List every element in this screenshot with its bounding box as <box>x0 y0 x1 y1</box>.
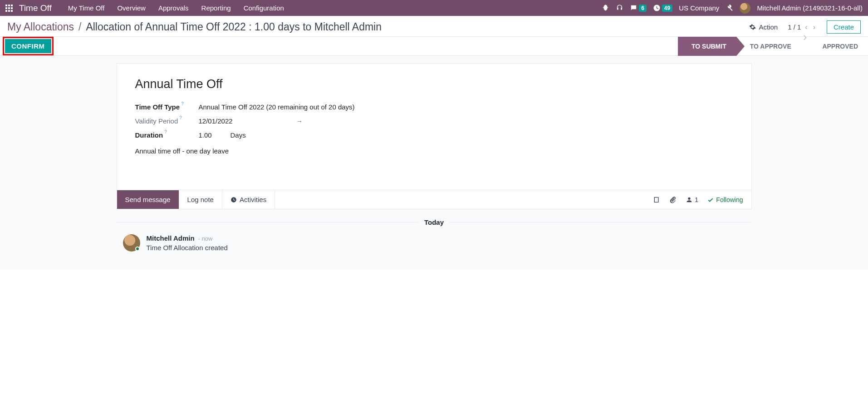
bug-icon[interactable] <box>602 4 609 12</box>
app-brand[interactable]: Time Off <box>19 3 52 13</box>
allocation-reason: Annual time off - one day leave <box>135 147 733 155</box>
following-button[interactable]: Following <box>707 196 743 203</box>
help-icon[interactable]: ? <box>164 129 167 134</box>
stage-indicator: TO SUBMIT TO APPROVE › APPROVED <box>678 37 868 56</box>
tab-log-note[interactable]: Log note <box>179 190 222 209</box>
confirm-button[interactable]: CONFIRM <box>5 39 51 53</box>
log-avatar[interactable] <box>123 234 140 252</box>
user-menu[interactable]: Mitchell Admin (21490321-16-0-all) <box>757 4 863 12</box>
breadcrumb: My Allocations / Allocation of Annual Ti… <box>7 21 382 33</box>
check-icon <box>707 197 714 203</box>
follower-count: 1 <box>695 196 698 203</box>
navbar-right: 6 49 US Company Mitchell Admin (21490321… <box>602 3 863 14</box>
chatter: Send message Log note Activities 1 Follo… <box>117 190 752 270</box>
chatter-right: 1 Following <box>653 196 751 203</box>
tab-activities[interactable]: Activities <box>222 190 275 209</box>
person-icon <box>686 196 693 203</box>
nav-my-time-off[interactable]: My Time Off <box>62 1 111 15</box>
content-area: Annual Time Off Time Off Type? Annual Ti… <box>0 56 868 270</box>
nav-reporting[interactable]: Reporting <box>195 1 237 15</box>
log-author[interactable]: Mitchell Admin <box>147 234 195 242</box>
action-dropdown[interactable]: Action <box>749 23 778 31</box>
pager-text: 1 / 1 <box>788 23 801 31</box>
value-validity-from: 12/01/2022 <box>199 117 233 125</box>
log-body: Mitchell Admin - now Time Off Allocation… <box>147 234 228 252</box>
breadcrumb-current: Allocation of Annual Time Off 2022 : 1.0… <box>86 21 382 33</box>
label-validity-period: Validity Period? <box>135 117 199 125</box>
apps-launcher-icon[interactable] <box>5 5 13 12</box>
action-label: Action <box>759 23 778 31</box>
message-log: Today Mitchell Admin - now Time Off Allo… <box>117 218 752 270</box>
nav-overview[interactable]: Overview <box>111 1 152 15</box>
stage-divider-icon: › <box>801 37 809 56</box>
label-time-off-type: Time Off Type? <box>135 103 199 111</box>
arrow-right-icon: → <box>296 117 303 125</box>
log-text: Time Off Allocation created <box>147 244 228 252</box>
top-navbar: Time Off My Time Off Overview Approvals … <box>0 0 868 16</box>
today-label: Today <box>419 218 449 226</box>
book-icon[interactable] <box>653 196 660 203</box>
clock-small-icon <box>230 197 237 203</box>
company-switcher[interactable]: US Company <box>679 4 719 12</box>
stage-approved[interactable]: APPROVED <box>809 37 868 56</box>
value-duration: 1.00 <box>199 131 230 139</box>
help-icon[interactable]: ? <box>181 101 184 106</box>
log-entry: Mitchell Admin - now Time Off Allocation… <box>117 234 752 252</box>
chatter-tabs: Send message Log note Activities <box>117 190 275 209</box>
messaging-icon[interactable]: 6 <box>630 4 647 12</box>
presence-dot <box>135 247 140 251</box>
form-title: Annual Time Off <box>135 77 733 91</box>
breadcrumb-bar: My Allocations / Allocation of Annual Ti… <box>0 16 868 37</box>
status-bar: CONFIRM TO SUBMIT TO APPROVE › APPROVED <box>0 37 868 56</box>
date-separator: Today <box>117 218 752 226</box>
field-validity-period: Validity Period? 12/01/2022 → <box>135 117 733 125</box>
log-time: - now <box>198 235 213 242</box>
field-time-off-type: Time Off Type? Annual Time Off 2022 (20 … <box>135 103 733 111</box>
followers[interactable]: 1 <box>686 196 698 203</box>
activities-badge: 49 <box>662 5 672 12</box>
nav-configuration[interactable]: Configuration <box>237 1 290 15</box>
navbar-left: Time Off My Time Off Overview Approvals … <box>5 1 602 15</box>
value-time-off-type: Annual Time Off 2022 (20 remaining out o… <box>199 103 355 111</box>
stage-to-approve[interactable]: TO APPROVE <box>736 37 801 56</box>
label-duration: Duration? <box>135 131 199 139</box>
pager-next-icon[interactable]: › <box>812 23 817 31</box>
support-icon[interactable] <box>616 4 623 12</box>
breadcrumb-root[interactable]: My Allocations <box>7 21 74 33</box>
chatter-topbar: Send message Log note Activities 1 Follo… <box>117 190 752 209</box>
breadcrumb-separator: / <box>78 21 81 33</box>
value-duration-unit: Days <box>230 131 246 139</box>
tab-send-message[interactable]: Send message <box>117 190 179 209</box>
stage-to-submit[interactable]: TO SUBMIT <box>678 37 736 56</box>
tools-icon[interactable] <box>726 4 733 12</box>
nav-approvals[interactable]: Approvals <box>152 1 195 15</box>
create-button[interactable]: Create <box>827 20 861 34</box>
messaging-badge: 6 <box>639 5 647 12</box>
pager: 1 / 1 ‹ › <box>788 23 817 31</box>
gear-icon <box>749 24 756 30</box>
activities-icon[interactable]: 49 <box>653 4 672 12</box>
form-card: Annual Time Off Time Off Type? Annual Ti… <box>117 63 752 190</box>
field-duration: Duration? 1.00 Days <box>135 131 733 139</box>
user-avatar[interactable] <box>740 3 750 14</box>
help-icon[interactable]: ? <box>179 115 182 120</box>
attachment-icon[interactable] <box>669 196 677 203</box>
confirm-highlight: CONFIRM <box>3 37 54 55</box>
